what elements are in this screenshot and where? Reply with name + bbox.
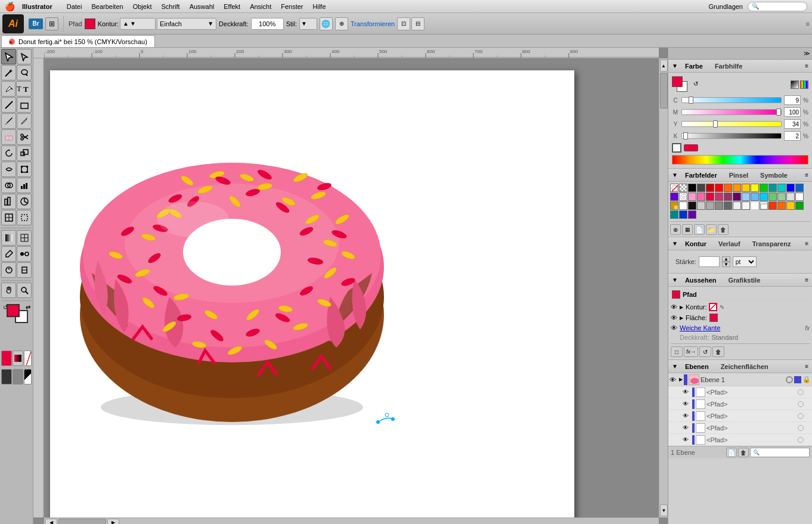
pfad5-target[interactable] — [798, 437, 804, 443]
menu-hilfe[interactable]: Hilfe — [308, 0, 331, 13]
layer1-vis-eye[interactable]: 👁 — [670, 376, 678, 383]
swatch-pink1[interactable] — [688, 193, 696, 201]
swatch-blue1[interactable] — [786, 184, 795, 192]
artboard-tool[interactable] — [17, 210, 32, 225]
appearance-new-item-btn[interactable]: □ — [671, 346, 683, 357]
dk-eye-icon[interactable]: 👁 — [671, 334, 677, 341]
screen-mode-btn[interactable] — [13, 369, 23, 385]
swatches-collapse[interactable]: ▼ — [672, 172, 678, 178]
swatch-yellow2[interactable] — [751, 184, 759, 192]
swatch-cyan1[interactable] — [777, 184, 786, 192]
eraser-tool[interactable] — [1, 129, 16, 145]
pfad-color-swatch[interactable] — [672, 290, 680, 299]
transparenz-tab[interactable]: Transparenz — [748, 239, 796, 249]
column-graph-tool[interactable] — [1, 194, 16, 209]
menu-schrift[interactable]: Schrift — [156, 0, 184, 13]
swatch-aqua[interactable] — [760, 193, 768, 201]
swatch-gold[interactable] — [670, 201, 678, 210]
ebenen-tab[interactable]: Ebenen — [680, 362, 714, 371]
swatch-green1[interactable] — [760, 184, 768, 192]
swatch-dark-grey[interactable] — [697, 184, 705, 192]
pfad5-row[interactable]: 👁 <Pfad> — [668, 434, 812, 446]
menu-effekt[interactable]: Effekt — [219, 0, 245, 13]
bg-fill-indicator[interactable] — [672, 143, 681, 153]
zoom-tool[interactable] — [17, 283, 32, 298]
layer1-target-circle[interactable] — [786, 376, 793, 383]
pfad1-row[interactable]: 👁 <Pfad> — [668, 386, 812, 398]
document-tab[interactable]: × Donut fertig.ai* bei 150 % (CMYK/Vorsc… — [1, 35, 155, 47]
warp-tool[interactable] — [1, 162, 16, 177]
layer1-row[interactable]: 👁 ▶ Ebene 1 🔒 — [668, 373, 812, 386]
grafikstile-tab[interactable]: Grafikstile — [723, 275, 765, 285]
staerke-unit[interactable]: pt px — [733, 256, 757, 267]
grayscale-icon[interactable] — [791, 80, 799, 89]
transformieren-label[interactable]: Transformieren — [351, 20, 395, 27]
swatch-green2[interactable] — [768, 193, 777, 201]
color-spectrum[interactable] — [672, 155, 808, 165]
menu-ansicht[interactable]: Ansicht — [245, 0, 276, 13]
swatch-special-circle[interactable] — [670, 184, 678, 192]
swatches-menu-btn[interactable]: ≡ — [805, 172, 808, 178]
direct-selection-tool[interactable] — [17, 49, 32, 64]
aussehen-tab[interactable]: Aussehen — [680, 275, 721, 285]
pinsel-tab[interactable]: Pinsel — [724, 170, 753, 180]
eyedropper-tool[interactable] — [1, 246, 16, 262]
slice-tool[interactable] — [1, 210, 16, 225]
swatch-black[interactable] — [688, 184, 696, 192]
wk-eye-icon[interactable]: 👁 — [671, 324, 677, 331]
swatch-red2[interactable] — [715, 184, 723, 192]
flaeche-eye-icon[interactable]: 👁 — [671, 314, 677, 321]
type-tool[interactable]: T T — [16, 81, 32, 97]
mesh-tool[interactable] — [17, 230, 32, 246]
layer1-select-box[interactable] — [794, 376, 801, 383]
k-value[interactable]: 2 — [784, 131, 801, 141]
swatch-green3[interactable] — [795, 201, 804, 210]
y-value[interactable]: 34 — [784, 119, 801, 129]
farbhilfe-tab[interactable]: Farbhilfe — [710, 61, 747, 71]
pfad3-target[interactable] — [798, 413, 804, 419]
hand-tool[interactable] — [1, 283, 16, 298]
menu-datei[interactable]: Datei — [62, 0, 87, 13]
kontur-tab[interactable]: Kontur — [680, 239, 711, 249]
kontur-triangle-icon[interactable]: ▶ — [680, 305, 683, 310]
normal-mode-btn[interactable] — [1, 369, 12, 385]
swatch-blue2[interactable] — [795, 184, 804, 192]
scissors-tool[interactable] — [17, 129, 32, 145]
swatch-red3[interactable] — [768, 201, 777, 210]
appearance-collapse[interactable]: ▼ — [672, 277, 678, 283]
appearance-trash-btn[interactable]: 🗑 — [712, 346, 724, 357]
swatch-plum[interactable] — [724, 193, 732, 201]
swatch-sky[interactable] — [751, 193, 759, 201]
m-value[interactable]: 100 — [784, 107, 801, 117]
canvas-hscrollbar[interactable]: ◀ ▶ — [44, 517, 659, 524]
pfad1-target[interactable] — [798, 389, 804, 395]
stroke-collapse[interactable]: ▼ — [672, 240, 678, 247]
pfad2-select[interactable] — [805, 401, 811, 407]
swatch-grid-btn[interactable]: ▦ — [682, 224, 693, 235]
rotate-tool[interactable] — [1, 145, 16, 161]
layers-search-btn[interactable]: 🔍 — [750, 448, 810, 457]
web-icon[interactable]: 🌐 — [320, 17, 333, 30]
workspace-button[interactable]: ⊞ — [45, 17, 58, 30]
swatch-orange2[interactable] — [733, 184, 741, 192]
swatch-vdk-grey[interactable] — [724, 201, 732, 210]
canvas-vscrollbar[interactable]: ▲ ▼ — [659, 58, 668, 517]
apple-menu[interactable]: 🍎 — [5, 2, 15, 11]
stroke-indicator[interactable] — [684, 144, 698, 151]
menu-fenster[interactable]: Fenster — [276, 0, 308, 13]
swatch-yellow3[interactable] — [786, 201, 795, 210]
swatch-add-btn[interactable]: ⊕ — [670, 224, 681, 235]
swatch-purple2[interactable] — [688, 210, 696, 219]
symbol-tool[interactable] — [1, 262, 16, 278]
pfad3-vis[interactable]: 👁 — [683, 413, 691, 419]
menu-bearbeiten[interactable]: Bearbeiten — [86, 0, 128, 13]
pfad4-row[interactable]: 👁 <Pfad> — [668, 422, 812, 434]
fg-color-box[interactable] — [7, 304, 20, 317]
m-slider[interactable] — [681, 109, 782, 115]
k-slider[interactable] — [681, 133, 782, 139]
scale-tool[interactable] — [17, 145, 32, 161]
line-tool[interactable] — [1, 97, 16, 113]
menu-objekt[interactable]: Objekt — [128, 0, 157, 13]
magic-wand-tool[interactable] — [1, 65, 16, 80]
column-tool2[interactable] — [17, 262, 32, 278]
